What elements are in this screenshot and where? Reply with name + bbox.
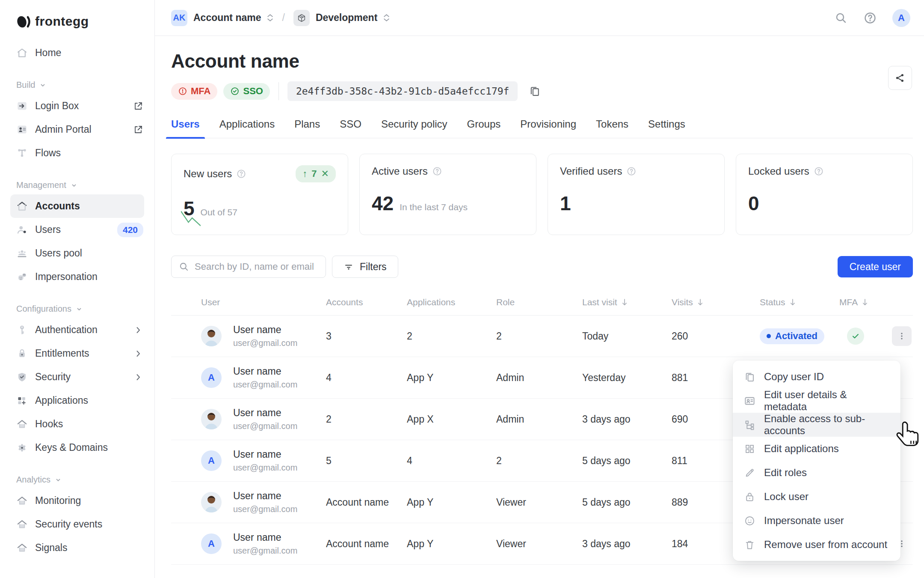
menu-item-edit-roles[interactable]: Edit roles [733,461,900,485]
sidebar-item-login-box[interactable]: Login Box [0,94,154,118]
sso-status-badge: SSO [223,83,270,100]
mfa-status-badge: MFA [171,83,217,100]
menu-item-lock-user[interactable]: Lock user [733,485,900,509]
sidebar-item-accounts[interactable]: Accounts [10,194,144,218]
sidebar-item-applications[interactable]: Applications [0,389,154,412]
chevron-right-icon [133,372,143,382]
cell-role: Admin [496,414,582,425]
tab-settings[interactable]: Settings [648,118,685,138]
sidebar-item-label: Admin Portal [35,124,92,135]
user-name: User name [233,532,326,543]
sidebar-item-entitlements[interactable]: Entitlements [0,342,154,365]
select-arrows-icon[interactable] [267,14,273,22]
user-name: User name [233,407,326,419]
user-name: User name [233,324,326,336]
col-user: User [193,297,326,307]
col-role: Role [496,297,582,307]
tab-sso[interactable]: SSO [340,118,361,138]
row-context-menu: Copy user ID Edit user details & metadat… [733,361,900,561]
sidebar-section-analytics[interactable]: Analytics [0,475,154,485]
sidebar-item-monitoring[interactable]: Monitoring [0,489,154,512]
sidebar-item-signals[interactable]: Signals [0,536,154,560]
col-status[interactable]: Status [760,297,839,307]
sidebar-item-label: Keys & Domains [35,442,108,453]
monitoring-icon [16,495,28,506]
trend-close-icon[interactable]: ✕ [321,168,329,179]
copy-icon[interactable] [529,85,541,97]
help-icon[interactable] [814,166,824,176]
col-accounts: Accounts [326,297,407,307]
table-row[interactable]: User name user@gmail.com 3 2 2 Today 260… [171,316,913,357]
impersonate-icon [744,515,755,527]
col-visits[interactable]: Visits [672,297,760,307]
sidebar-item-authentication[interactable]: Authentication [0,318,154,342]
sidebar-item-security-events[interactable]: Security events [0,512,154,536]
tab-groups[interactable]: Groups [467,118,501,138]
sidebar-item-home[interactable]: Home [0,41,154,65]
key-icon [16,324,28,336]
account-switcher[interactable]: Account name [193,12,261,24]
create-user-button[interactable]: Create user [838,256,913,277]
tab-provisioning[interactable]: Provisioning [520,118,576,138]
sort-desc-icon [861,298,869,307]
admin-portal-icon [16,124,28,135]
sidebar-section-management[interactable]: Management [0,180,154,190]
sidebar-item-users-pool[interactable]: Users pool [0,241,154,265]
account-id-chip: 2e4ff3db-358c-43b2-91cb-d5a4efcc179f [287,81,518,101]
tab-users[interactable]: Users [171,118,200,138]
accounts-icon [16,200,28,212]
cell-accounts: 2 [326,414,407,425]
avatar [201,326,222,346]
col-last-visit[interactable]: Last visit [582,297,672,307]
sidebar-item-label: Home [35,47,61,59]
sidebar-item-security[interactable]: Security [0,365,154,389]
sidebar-section-configurations[interactable]: Configurations [0,304,154,314]
user-avatar[interactable]: A [892,9,910,27]
tab-tokens[interactable]: Tokens [596,118,628,138]
menu-item-remove-user[interactable]: Remove user from account [733,533,900,557]
help-icon[interactable] [626,166,637,176]
menu-item-copy-user-id[interactable]: Copy user ID [733,365,900,389]
trash-icon [744,539,755,551]
sidebar-item-keys-domains[interactable]: Keys & Domains [0,436,154,459]
sidebar-item-hooks[interactable]: Hooks [0,412,154,436]
select-arrows-icon[interactable] [383,14,390,22]
menu-item-enable-sub-accounts[interactable]: Enable access to sub-accounts [733,413,900,437]
sidebar-nav: Home Build Login Box Admin Portal [0,41,154,560]
card-new-users: New users ↑ 7 ✕ 5 Out of 57 [171,154,348,235]
signals-icon [16,542,28,554]
search-input[interactable] [195,261,319,272]
sidebar-item-impersonation[interactable]: Impersonation [0,265,154,289]
help-icon[interactable] [863,11,877,25]
tab-plans[interactable]: Plans [294,118,320,138]
menu-item-edit-applications[interactable]: Edit applications [733,437,900,461]
sidebar-item-flows[interactable]: Flows [0,141,154,165]
tab-security-policy[interactable]: Security policy [381,118,447,138]
help-icon[interactable] [432,166,442,176]
table-header: User Accounts Applications Role Last vis… [171,289,913,316]
help-icon[interactable] [236,169,246,179]
sidebar-section-build[interactable]: Build [0,80,154,90]
user-search[interactable] [171,256,326,278]
filters-button[interactable]: Filters [332,256,398,278]
col-mfa[interactable]: MFA [839,297,892,307]
cell-role: Admin [496,372,582,384]
sidebar-item-admin-portal[interactable]: Admin Portal [0,118,154,141]
breadcrumb: AK Account name / Development [171,10,390,26]
sidebar: frontegg Home Build Login Box [0,0,155,578]
search-icon[interactable] [834,11,848,25]
chevron-right-icon [133,325,143,335]
card-active-users: Active users 42 In the last 7 days [359,154,536,235]
menu-item-edit-user-details[interactable]: Edit user details & metadata [733,389,900,413]
trend-badge[interactable]: ↑ 7 ✕ [296,165,336,182]
cell-last-visit: 3 days ago [582,414,672,425]
row-menu-button[interactable] [892,326,912,346]
cell-accounts: 3 [326,331,407,342]
environment-switcher[interactable]: Development [316,12,377,24]
menu-item-impersonate-user[interactable]: Impersonate user [733,509,900,533]
user-email: user@gmail.com [233,504,326,514]
trend-arrow: ↑ [302,168,307,179]
sidebar-item-users[interactable]: Users 420 [0,218,154,241]
tab-applications[interactable]: Applications [219,118,275,138]
share-button[interactable] [888,66,912,90]
